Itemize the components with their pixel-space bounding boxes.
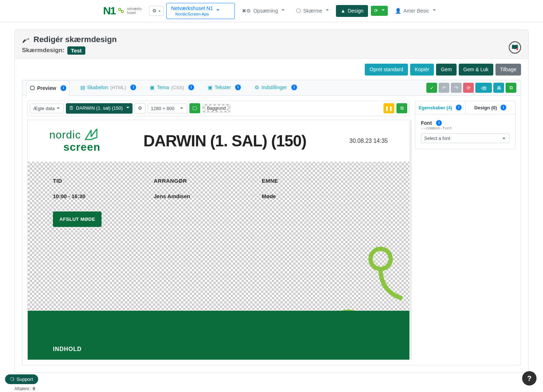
pause-button[interactable]: ❚❚ [383,103,394,113]
info-icon[interactable]: i [188,85,194,90]
code-icon: ▤ [80,85,85,90]
question-icon: ? [527,374,531,383]
nordicscreen-logo: nordic screen [49,129,100,153]
nav-sync-dropdown[interactable]: ⟳ [371,6,388,16]
refresh-button[interactable]: ⟳ [463,83,474,93]
calendar-icon: 🗓 [69,105,74,111]
check-icon: ✓ [430,85,434,91]
preview-header: nordic screen DARWIN (1. SAL) (150) 30.0… [28,120,409,162]
preview-scrollbar[interactable] [409,120,412,360]
design-name-pill: Test [67,46,85,55]
info-icon[interactable]: i [291,85,297,90]
nav-setup-dropdown[interactable]: ✖⚙ Opsætning [238,5,288,17]
action-bar: Opret standard Kopiér Gem Gem & Luk Tilb… [15,59,528,78]
pause-icon: ❚❚ [385,106,393,111]
logo-flag-icon [85,129,100,141]
nav-design-button[interactable]: ▲ Design [336,5,368,17]
tools-icon [22,36,30,44]
room-dropdown[interactable]: 🗓 DARWIN (1. sal) (150) [66,103,133,113]
side-tab-properties[interactable]: Egenskaber (4) i [415,101,466,114]
layout-icon: ‹▤ [481,85,486,91]
info-icon[interactable]: i [60,85,66,91]
redo-icon: ↷ [454,85,458,91]
undo-button[interactable]: ↶ [439,83,449,93]
gear-icon: ⚙ [152,8,157,14]
room-settings-button[interactable]: ⚙ [135,103,145,113]
preview-datetime: 30.08.23 14:35 [349,138,388,144]
page-card: Redigér skærmdesign Skærmdesign: Test Op… [14,29,529,373]
info-icon[interactable]: i [130,85,136,90]
font-select[interactable]: Select a font [421,133,510,143]
ruler-icon: ▲ [341,8,346,15]
footer-meta: Aftalenr.: 9 [14,386,35,387]
admin-cog-button[interactable]: ⚙● [149,6,164,16]
editor-tabbar: 🖵 Preview i ▤ Skabelon (HTML) i ▣ Tema (… [22,80,521,96]
monitor-icon: 🖵 [296,8,301,15]
palette-icon: ▣ [150,85,154,90]
external-link-icon: ⧉ [400,105,404,111]
back-button[interactable]: Tilbage [495,64,521,76]
monitor-icon: 🖵 [30,85,35,91]
org-line1: Netværkshuset N1 [171,5,213,12]
open-preview-button[interactable]: ⧉ [396,103,407,113]
info-icon[interactable]: i [235,85,241,90]
redo-button[interactable]: ↷ [451,83,462,93]
preview-col-subject: EMNE Møde [262,178,278,199]
logo-n1: N1 [103,5,115,17]
save-button[interactable]: Gem [436,64,456,76]
tab-template[interactable]: ▤ Skabelon (HTML) i [77,80,139,96]
gear-icon: ⚙ [255,85,259,90]
monitor-check-icon: 🖵 [192,106,197,111]
save-close-button[interactable]: Gem & Luk [459,64,493,76]
svg-rect-3 [517,48,518,50]
page-title: Redigér skærmdesign [22,35,521,44]
help-fab[interactable]: ? [522,371,537,386]
open-external-button[interactable]: ⧉ [506,83,516,93]
info-icon[interactable]: i [436,120,442,126]
undo-icon: ↶ [442,85,446,91]
info-icon[interactable]: i [501,105,506,110]
preview-footer: INDHOLD [28,311,409,360]
refresh-icon: ⟳ [467,85,471,91]
tab-preview[interactable]: 🖵 Preview i [27,81,69,96]
resolution-select[interactable]: 1280 × 800 [148,104,187,113]
tab-texts[interactable]: ▣ Tekster i [205,80,244,96]
print-icon: 🖶 [497,85,501,91]
preview-body: TID 10:00 - 16:30 ARRANGØR Jens Amdisen … [28,162,409,243]
brand-logo: N1 netværks huset [103,5,142,17]
preview-toolbar: Ægte data 🗓 DARWIN (1. sal) (150) ⚙ 1280… [27,101,410,116]
apply-resolution-button[interactable]: 🖵 [189,103,200,113]
validate-button[interactable]: ✓ [426,83,437,93]
data-source-select[interactable]: Ægte data [30,104,64,113]
docs-book-button[interactable] [509,41,521,54]
sliders-icon: ✖⚙ [242,8,251,15]
sync-icon: ⟳ [374,8,378,14]
create-standard-button[interactable]: Opret standard [365,64,408,76]
user-icon: 👤 [395,8,401,15]
org-dropdown[interactable]: Netværkshuset N1 NordicScreen Aps [166,3,235,19]
layout-toggle-button[interactable]: ‹▤ [475,83,492,93]
nav-screens-dropdown[interactable]: 🖵 Skærme [292,5,333,17]
svg-line-2 [120,10,122,11]
gear-icon: ⚙ [138,105,142,111]
page-subtitle: Skærmdesign: Test [22,46,521,55]
end-meeting-button[interactable]: AFSLUT MØDE [53,211,102,227]
font-css-var: --common-font [421,126,510,131]
background-toggle[interactable]: Baggrund [202,104,230,113]
tab-theme[interactable]: ▣ Tema (CSS) i [147,80,197,96]
info-icon[interactable]: i [456,105,462,110]
side-tab-design[interactable]: Design (0) i [466,101,516,114]
text-icon: ▣ [208,85,212,90]
design-inspector: Egenskaber (4) i Design (0) i Font i [415,101,516,360]
top-nav: N1 netværks huset ⚙● Netværkshuset N1 No… [0,0,543,22]
support-button[interactable]: ❍ Support [5,374,38,384]
page-header: Redigér skærmdesign Skærmdesign: Test [15,30,528,59]
preview-pane: nordic screen DARWIN (1. SAL) (150) 30.0… [27,120,410,360]
print-button[interactable]: 🖶 [493,83,504,93]
tab-settings[interactable]: ⚙ Indstillinger i [252,80,300,96]
copy-button[interactable]: Kopiér [410,64,434,76]
external-link-icon: ⧉ [510,85,513,91]
nav-user-dropdown[interactable]: 👤 Amer Besic [391,5,440,17]
workspace: Ægte data 🗓 DARWIN (1. sal) (150) ⚙ 1280… [22,96,521,365]
org-line2: NordicScreen Aps [171,12,213,17]
